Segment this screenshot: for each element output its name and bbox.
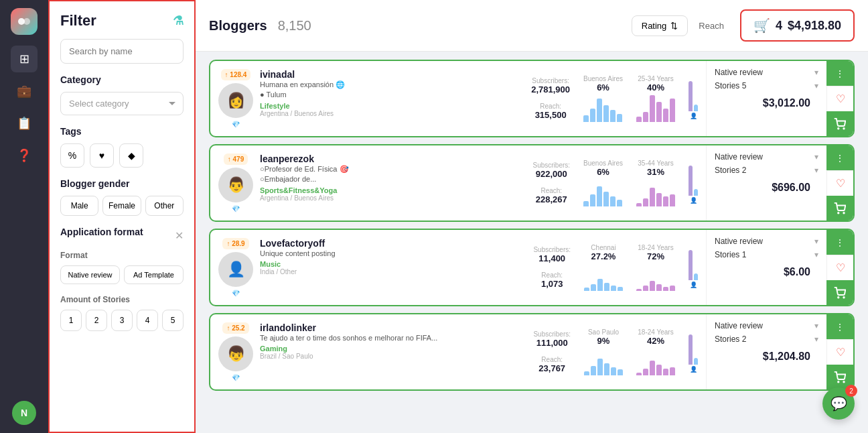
city-name: Chennai: [584, 244, 623, 251]
format1-label: Native review: [715, 68, 763, 77]
verified-icon: 💎: [232, 205, 240, 212]
reach-label: Reach:: [531, 103, 570, 110]
format2-chevron[interactable]: ▾: [814, 250, 818, 259]
subscribers-stat: Subscribers: 111,000 Reach: 23,767: [533, 330, 571, 373]
chart-1: [584, 264, 623, 291]
chat-bubble[interactable]: 💬 2: [822, 387, 855, 420]
svg-point-4: [838, 212, 839, 214]
tag-heart[interactable]: ♥: [90, 143, 114, 168]
city-stat: Chennai 27.2%: [584, 244, 623, 291]
blogger-name: Lovefactoryoff: [260, 238, 517, 249]
gender-chart: 👤: [689, 162, 698, 204]
blogger-location: Brazil / Sao Paulo: [260, 353, 517, 360]
format2-row: Stories 1 ▾: [715, 250, 818, 259]
blogger-avatar: 👨: [218, 168, 253, 202]
chart-2: [636, 264, 675, 291]
add-to-cart-button[interactable]: [826, 111, 853, 136]
tags-row: % ♥ ◆: [60, 143, 184, 168]
format1-row: Native review ▾: [715, 237, 818, 246]
subscribers-value: 2,781,900: [531, 84, 570, 95]
subscribers-label: Subscribers:: [533, 246, 571, 253]
search-input[interactable]: [60, 39, 184, 64]
age-pct: 40%: [636, 82, 675, 92]
add-to-cart-button[interactable]: [826, 280, 853, 305]
bloggers-title: Bloggers: [209, 18, 267, 34]
format-ad-template[interactable]: Ad Template: [124, 265, 184, 284]
more-options-button[interactable]: ⋮: [826, 145, 853, 170]
story-5[interactable]: 5: [162, 310, 184, 331]
format2-chevron[interactable]: ▾: [814, 166, 818, 175]
sidebar-logo[interactable]: [11, 8, 38, 35]
blogger-category: Gaming: [260, 345, 517, 353]
format1-label: Native review: [715, 237, 763, 246]
subscribers-stat: Subscribers: 11,400 Reach: 1,073: [533, 246, 571, 289]
favorite-button[interactable]: ♡: [826, 339, 853, 365]
reach-label: Reach:: [532, 187, 570, 194]
cart-button[interactable]: 🛒 4 $4,918.80: [740, 9, 855, 42]
format1-chevron[interactable]: ▾: [814, 321, 818, 330]
main-header: Bloggers 8,150 Rating ⇅ Reach 🛒 4 $4,918…: [196, 0, 868, 52]
blogger-price: $3,012.00: [715, 95, 818, 115]
svg-point-8: [838, 381, 839, 383]
tag-percent[interactable]: %: [60, 143, 84, 168]
blogger-price: $1,204.80: [715, 348, 818, 368]
sort-icon: ⇅: [670, 21, 678, 31]
more-options-button[interactable]: ⋮: [826, 230, 853, 255]
card-right: Native review ▾ Stories 2 ▾ $1,204.80: [706, 314, 826, 389]
blogger-info: Lovefactoryoff Unique content posting Mu…: [260, 238, 517, 275]
verified-icon: 💎: [232, 374, 240, 381]
sidebar: ⊞ 💼 📋 ❓ N: [0, 0, 48, 433]
sidebar-item-campaigns[interactable]: 💼: [11, 78, 38, 105]
action-top: Native review ▾ Stories 2 ▾ $696.00: [707, 145, 826, 221]
format2-chevron[interactable]: ▾: [814, 81, 818, 90]
blogger-desc: Unique content posting: [260, 249, 517, 259]
action-top: Native review ▾ Stories 5 ▾ $3,012.00: [707, 61, 826, 136]
favorite-button[interactable]: ♡: [826, 170, 853, 196]
rating-button[interactable]: Rating ⇅: [632, 15, 689, 36]
sidebar-item-messages[interactable]: 📋: [11, 110, 38, 137]
format1-chevron[interactable]: ▾: [814, 152, 818, 162]
format2-label: Stories 2: [715, 166, 746, 175]
story-1[interactable]: 1: [60, 310, 82, 331]
action-buttons: ⋮ ♡: [826, 314, 853, 389]
gender-female[interactable]: Female: [102, 196, 141, 216]
category-select[interactable]: Select category: [60, 92, 184, 115]
gender-male[interactable]: Male: [60, 196, 98, 216]
clear-format-button[interactable]: ✕: [175, 229, 184, 242]
format-sublabel: Format: [60, 251, 184, 260]
blogger-category: Sports&Fitness&Yoga: [260, 186, 516, 194]
app-format-label: Application format: [60, 227, 143, 237]
format1-chevron[interactable]: ▾: [814, 237, 818, 246]
svg-point-6: [838, 297, 839, 298]
more-options-button[interactable]: ⋮: [826, 314, 853, 339]
format-native-review[interactable]: Native review: [60, 265, 120, 284]
more-options-button[interactable]: ⋮: [826, 61, 853, 86]
format1-chevron[interactable]: ▾: [814, 68, 818, 77]
city-pct: 27.2%: [584, 251, 623, 261]
reach-label: Reach:: [533, 356, 571, 363]
add-to-cart-button[interactable]: [826, 196, 853, 221]
story-2[interactable]: 2: [86, 310, 107, 331]
subscribers-value: 111,000: [533, 338, 571, 348]
chart-2: [636, 95, 675, 122]
svg-point-9: [843, 381, 845, 383]
avatar[interactable]: N: [12, 401, 36, 425]
sidebar-item-dashboard[interactable]: ⊞: [11, 46, 38, 72]
gender-row: Male Female Other: [60, 196, 184, 216]
favorite-button[interactable]: ♡: [826, 255, 853, 280]
story-3[interactable]: 3: [111, 310, 133, 331]
city-name: Buenos Aires: [583, 160, 623, 167]
cart-icon: 🛒: [753, 17, 770, 34]
blogger-card: ↑ 479 👨 💎 leanperezok ○Profesor de Ed. F…: [209, 144, 855, 222]
format2-row: Stories 5 ▾: [715, 81, 818, 90]
gender-other[interactable]: Other: [145, 196, 184, 216]
story-4[interactable]: 4: [137, 310, 158, 331]
blogger-price: $6.00: [715, 263, 818, 284]
format1-label: Native review: [715, 152, 763, 162]
sidebar-item-help[interactable]: ❓: [11, 142, 38, 169]
favorite-button[interactable]: ♡: [826, 86, 853, 111]
city-pct: 6%: [583, 167, 623, 177]
subscribers-value: 11,400: [533, 253, 571, 263]
format2-chevron[interactable]: ▾: [814, 334, 818, 344]
tag-diamond[interactable]: ◆: [119, 143, 143, 168]
